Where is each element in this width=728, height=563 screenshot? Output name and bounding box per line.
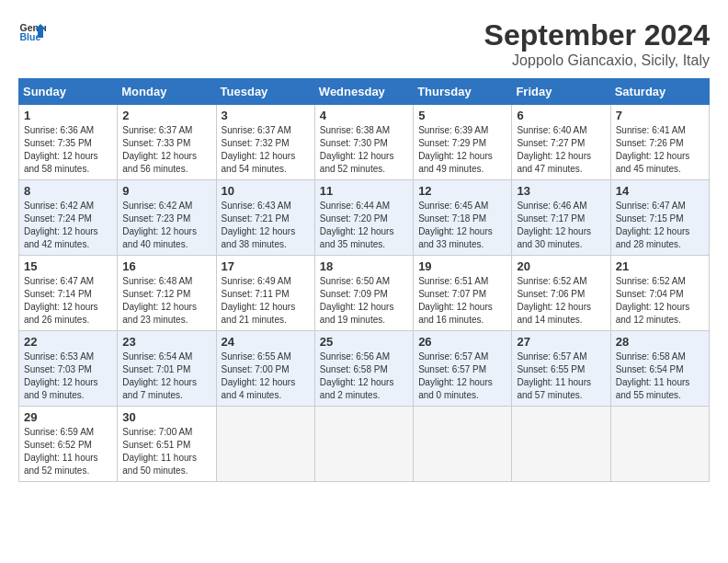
- month-year-title: September 2024: [484, 18, 710, 52]
- title-area: September 2024 Joppolo Giancaxio, Sicily…: [484, 18, 710, 69]
- day-detail: Sunrise: 6:53 AM Sunset: 7:03 PM Dayligh…: [24, 350, 112, 402]
- table-row: [314, 407, 413, 482]
- svg-text:Blue: Blue: [20, 31, 41, 42]
- table-row: 6Sunrise: 6:40 AM Sunset: 7:27 PM Daylig…: [512, 105, 610, 180]
- day-detail: Sunrise: 6:59 AM Sunset: 6:52 PM Dayligh…: [24, 426, 112, 477]
- col-saturday: Saturday: [610, 79, 709, 105]
- day-detail: Sunrise: 6:56 AM Sunset: 6:58 PM Dayligh…: [320, 350, 408, 402]
- day-number: 7: [616, 109, 704, 122]
- table-row: 9Sunrise: 6:42 AM Sunset: 7:23 PM Daylig…: [118, 180, 216, 256]
- day-detail: Sunrise: 6:38 AM Sunset: 7:30 PM Dayligh…: [320, 124, 408, 176]
- table-row: 15Sunrise: 6:47 AM Sunset: 7:14 PM Dayli…: [19, 256, 118, 331]
- day-number: 2: [122, 109, 210, 122]
- table-row: 24Sunrise: 6:55 AM Sunset: 7:00 PM Dayli…: [216, 331, 314, 407]
- calendar-week-row: 15Sunrise: 6:47 AM Sunset: 7:14 PM Dayli…: [19, 256, 710, 331]
- day-detail: Sunrise: 6:54 AM Sunset: 7:01 PM Dayligh…: [122, 350, 210, 402]
- table-row: 12Sunrise: 6:45 AM Sunset: 7:18 PM Dayli…: [414, 180, 512, 256]
- day-detail: Sunrise: 6:39 AM Sunset: 7:29 PM Dayligh…: [418, 124, 506, 176]
- table-row: [216, 407, 314, 482]
- calendar-table: Sunday Monday Tuesday Wednesday Thursday…: [18, 78, 710, 482]
- day-number: 25: [320, 335, 408, 349]
- calendar-week-row: 1Sunrise: 6:36 AM Sunset: 7:35 PM Daylig…: [19, 105, 710, 180]
- table-row: 8Sunrise: 6:42 AM Sunset: 7:24 PM Daylig…: [19, 180, 118, 256]
- calendar-week-row: 22Sunrise: 6:53 AM Sunset: 7:03 PM Dayli…: [19, 331, 710, 407]
- table-row: 16Sunrise: 6:48 AM Sunset: 7:12 PM Dayli…: [118, 256, 216, 331]
- table-row: [610, 407, 709, 482]
- day-detail: Sunrise: 6:47 AM Sunset: 7:15 PM Dayligh…: [616, 200, 704, 251]
- table-row: 4Sunrise: 6:38 AM Sunset: 7:30 PM Daylig…: [314, 105, 413, 180]
- table-row: 25Sunrise: 6:56 AM Sunset: 6:58 PM Dayli…: [314, 331, 413, 407]
- day-detail: Sunrise: 6:49 AM Sunset: 7:11 PM Dayligh…: [222, 275, 310, 327]
- day-detail: Sunrise: 6:42 AM Sunset: 7:24 PM Dayligh…: [24, 200, 112, 251]
- day-detail: Sunrise: 6:37 AM Sunset: 7:32 PM Dayligh…: [222, 124, 310, 176]
- day-detail: Sunrise: 6:48 AM Sunset: 7:12 PM Dayligh…: [122, 275, 210, 327]
- day-detail: Sunrise: 6:46 AM Sunset: 7:17 PM Dayligh…: [517, 200, 605, 251]
- day-number: 16: [122, 259, 210, 273]
- table-row: 27Sunrise: 6:57 AM Sunset: 6:55 PM Dayli…: [512, 331, 610, 407]
- table-row: 7Sunrise: 6:41 AM Sunset: 7:26 PM Daylig…: [610, 105, 709, 180]
- day-detail: Sunrise: 6:52 AM Sunset: 7:04 PM Dayligh…: [616, 275, 704, 327]
- day-detail: Sunrise: 6:36 AM Sunset: 7:35 PM Dayligh…: [24, 124, 112, 176]
- day-number: 24: [222, 335, 310, 349]
- day-number: 27: [517, 335, 605, 349]
- logo-icon: General Blue: [18, 18, 46, 46]
- day-detail: Sunrise: 6:51 AM Sunset: 7:07 PM Dayligh…: [418, 275, 506, 327]
- table-row: [414, 407, 512, 482]
- day-number: 10: [222, 184, 310, 198]
- table-row: 19Sunrise: 6:51 AM Sunset: 7:07 PM Dayli…: [414, 256, 512, 331]
- calendar-week-row: 8Sunrise: 6:42 AM Sunset: 7:24 PM Daylig…: [19, 180, 710, 256]
- table-row: 18Sunrise: 6:50 AM Sunset: 7:09 PM Dayli…: [314, 256, 413, 331]
- day-detail: Sunrise: 6:55 AM Sunset: 7:00 PM Dayligh…: [222, 350, 310, 402]
- day-number: 17: [222, 259, 310, 273]
- calendar-week-row: 29Sunrise: 6:59 AM Sunset: 6:52 PM Dayli…: [19, 407, 710, 482]
- table-row: 29Sunrise: 6:59 AM Sunset: 6:52 PM Dayli…: [19, 407, 118, 482]
- day-detail: Sunrise: 6:57 AM Sunset: 6:55 PM Dayligh…: [517, 350, 605, 402]
- day-number: 12: [418, 184, 506, 198]
- calendar-header-row: Sunday Monday Tuesday Wednesday Thursday…: [19, 79, 710, 105]
- day-detail: Sunrise: 6:52 AM Sunset: 7:06 PM Dayligh…: [517, 275, 605, 327]
- col-friday: Friday: [512, 79, 610, 105]
- table-row: 5Sunrise: 6:39 AM Sunset: 7:29 PM Daylig…: [414, 105, 512, 180]
- table-row: 20Sunrise: 6:52 AM Sunset: 7:06 PM Dayli…: [512, 256, 610, 331]
- day-number: 30: [122, 410, 210, 424]
- day-number: 6: [517, 109, 605, 122]
- table-row: 22Sunrise: 6:53 AM Sunset: 7:03 PM Dayli…: [19, 331, 118, 407]
- day-detail: Sunrise: 7:00 AM Sunset: 6:51 PM Dayligh…: [122, 426, 210, 477]
- location-subtitle: Joppolo Giancaxio, Sicily, Italy: [484, 52, 710, 69]
- day-number: 22: [24, 335, 112, 349]
- day-detail: Sunrise: 6:47 AM Sunset: 7:14 PM Dayligh…: [24, 275, 112, 327]
- table-row: 14Sunrise: 6:47 AM Sunset: 7:15 PM Dayli…: [610, 180, 709, 256]
- col-tuesday: Tuesday: [216, 79, 314, 105]
- table-row: 21Sunrise: 6:52 AM Sunset: 7:04 PM Dayli…: [610, 256, 709, 331]
- day-number: 9: [122, 184, 210, 198]
- table-row: 23Sunrise: 6:54 AM Sunset: 7:01 PM Dayli…: [118, 331, 216, 407]
- col-thursday: Thursday: [414, 79, 512, 105]
- day-number: 5: [418, 109, 506, 122]
- table-row: 30Sunrise: 7:00 AM Sunset: 6:51 PM Dayli…: [118, 407, 216, 482]
- day-detail: Sunrise: 6:57 AM Sunset: 6:57 PM Dayligh…: [418, 350, 506, 402]
- day-number: 1: [24, 109, 112, 122]
- day-number: 28: [616, 335, 704, 349]
- page-header: General Blue September 2024 Joppolo Gian…: [18, 18, 710, 69]
- table-row: 10Sunrise: 6:43 AM Sunset: 7:21 PM Dayli…: [216, 180, 314, 256]
- logo: General Blue: [18, 18, 46, 46]
- day-detail: Sunrise: 6:42 AM Sunset: 7:23 PM Dayligh…: [122, 200, 210, 251]
- day-number: 19: [418, 259, 506, 273]
- day-detail: Sunrise: 6:45 AM Sunset: 7:18 PM Dayligh…: [418, 200, 506, 251]
- day-number: 23: [122, 335, 210, 349]
- day-number: 8: [24, 184, 112, 198]
- table-row: 28Sunrise: 6:58 AM Sunset: 6:54 PM Dayli…: [610, 331, 709, 407]
- table-row: 11Sunrise: 6:44 AM Sunset: 7:20 PM Dayli…: [314, 180, 413, 256]
- day-number: 11: [320, 184, 408, 198]
- day-detail: Sunrise: 6:37 AM Sunset: 7:33 PM Dayligh…: [122, 124, 210, 176]
- table-row: [512, 407, 610, 482]
- day-detail: Sunrise: 6:50 AM Sunset: 7:09 PM Dayligh…: [320, 275, 408, 327]
- day-number: 29: [24, 410, 112, 424]
- day-number: 21: [616, 259, 704, 273]
- table-row: 13Sunrise: 6:46 AM Sunset: 7:17 PM Dayli…: [512, 180, 610, 256]
- day-number: 4: [320, 109, 408, 122]
- col-wednesday: Wednesday: [314, 79, 413, 105]
- day-number: 14: [616, 184, 704, 198]
- day-number: 20: [517, 259, 605, 273]
- col-monday: Monday: [118, 79, 216, 105]
